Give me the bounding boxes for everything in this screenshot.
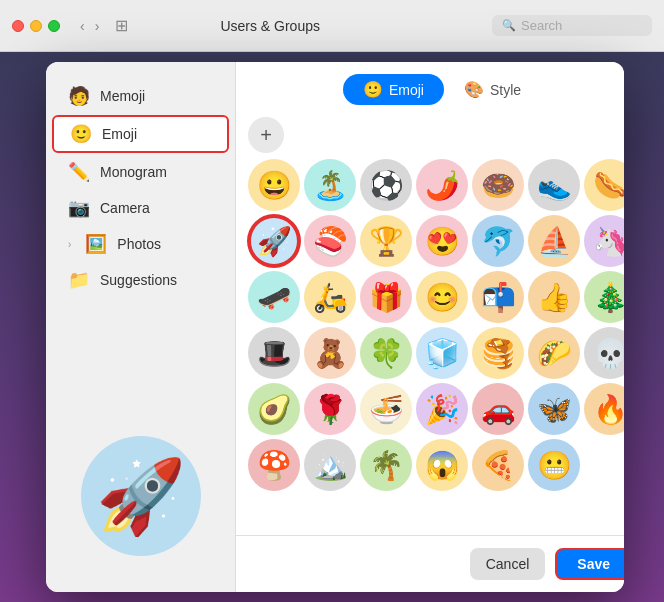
emoji-cell-3-5[interactable]: 🧸 (304, 327, 356, 379)
photos-icon: 🖼️ (85, 233, 107, 255)
dialog-footer: Cancel Save (236, 535, 624, 592)
emoji-picker-dialog: 🧑 Memoji 🙂 Emoji ✏️ Monogram 📷 Camera › … (46, 62, 624, 592)
emoji-cell-5-1[interactable]: 🍜 (360, 383, 412, 435)
emoji-cell-2-5[interactable]: 🎁 (360, 271, 412, 323)
search-bar[interactable]: 🔍 Search (492, 15, 652, 36)
emoji-cell-4-1[interactable]: 🧊 (416, 327, 468, 379)
tab-bar: 🙂 Emoji 🎨 Style (236, 62, 624, 113)
emoji-cell-4-5[interactable]: 🥑 (248, 383, 300, 435)
emoji-cell-0-0[interactable]: 😀 (248, 159, 300, 211)
traffic-lights (12, 20, 60, 32)
emoji-cell-6-3[interactable]: 😱 (416, 439, 468, 491)
emoji-cell-3-4[interactable]: 🎩 (248, 327, 300, 379)
save-button[interactable]: Save (555, 548, 624, 580)
emoji-cell-3-1[interactable]: 📬 (472, 271, 524, 323)
emoji-cell-5-3[interactable]: 🚗 (472, 383, 524, 435)
sidebar-item-suggestions[interactable]: 📁 Suggestions (52, 263, 229, 297)
emoji-grid-header: + (248, 117, 624, 153)
titlebar: ‹ › ⊞ Users & Groups 🔍 Search (0, 0, 664, 52)
tab-emoji[interactable]: 🙂 Emoji (343, 74, 444, 105)
memoji-icon: 🧑 (68, 85, 90, 107)
avatar-emoji: 🚀 (96, 454, 186, 539)
sidebar-label-suggestions: Suggestions (100, 272, 177, 288)
emoji-cell-0-4[interactable]: 🍩 (472, 159, 524, 211)
emoji-cell-3-3[interactable]: 🎄 (584, 271, 624, 323)
sidebar-item-camera[interactable]: 📷 Camera (52, 191, 229, 225)
emoji-cell-1-2[interactable]: 🚀 (248, 215, 300, 267)
emoji-cell-4-4[interactable]: 💀 (584, 327, 624, 379)
monogram-icon: ✏️ (68, 161, 90, 183)
emoji-cell-1-1[interactable]: 🌭 (584, 159, 624, 211)
emoji-cell-2-4[interactable]: 🛵 (304, 271, 356, 323)
tab-style-icon: 🎨 (464, 80, 484, 99)
emoji-cell-2-0[interactable]: 🐬 (472, 215, 524, 267)
close-button[interactable] (12, 20, 24, 32)
sidebar-item-memoji[interactable]: 🧑 Memoji (52, 79, 229, 113)
sidebar-label-photos: Photos (117, 236, 161, 252)
search-input[interactable]: Search (521, 18, 562, 33)
tab-style-label: Style (490, 82, 521, 98)
emoji-icon: 🙂 (70, 123, 92, 145)
emoji-cell-2-2[interactable]: 🦄 (584, 215, 624, 267)
emoji-cell-2-3[interactable]: 🛹 (248, 271, 300, 323)
emoji-grid-container: + 😀🏝️⚽🌶️🍩👟🌭🚀🍣🏆😍🐬⛵🦄🛹🛵🎁😊📬👍🎄🎩🧸🍀🧊🥞🌮💀🥑🌹🍜🎉🚗🦋🔥🍄… (236, 113, 624, 535)
suggestions-icon: 📁 (68, 269, 90, 291)
window-title: Users & Groups (56, 18, 484, 34)
main-content: 🧑 Memoji 🙂 Emoji ✏️ Monogram 📷 Camera › … (0, 52, 664, 602)
sidebar-label-emoji: Emoji (102, 126, 137, 142)
emoji-cell-6-5[interactable]: 😬 (528, 439, 580, 491)
emoji-cell-6-4[interactable]: 🍕 (472, 439, 524, 491)
tab-emoji-label: Emoji (389, 82, 424, 98)
tab-emoji-icon: 🙂 (363, 80, 383, 99)
emoji-cell-0-2[interactable]: ⚽ (360, 159, 412, 211)
emoji-cell-6-2[interactable]: 🌴 (360, 439, 412, 491)
emoji-cell-1-3[interactable]: 🍣 (304, 215, 356, 267)
tab-style[interactable]: 🎨 Style (444, 74, 541, 105)
emoji-cell-3-0[interactable]: 😊 (416, 271, 468, 323)
minimize-button[interactable] (30, 20, 42, 32)
emoji-cell-5-4[interactable]: 🦋 (528, 383, 580, 435)
emoji-cell-1-5[interactable]: 😍 (416, 215, 468, 267)
emoji-grid: 😀🏝️⚽🌶️🍩👟🌭🚀🍣🏆😍🐬⛵🦄🛹🛵🎁😊📬👍🎄🎩🧸🍀🧊🥞🌮💀🥑🌹🍜🎉🚗🦋🔥🍄🏔️… (248, 159, 624, 491)
sidebar-item-emoji[interactable]: 🙂 Emoji (52, 115, 229, 153)
emoji-cell-4-2[interactable]: 🥞 (472, 327, 524, 379)
emoji-cell-1-4[interactable]: 🏆 (360, 215, 412, 267)
emoji-cell-2-1[interactable]: ⛵ (528, 215, 580, 267)
avatar-preview: 🚀 (81, 436, 201, 556)
cancel-button[interactable]: Cancel (470, 548, 546, 580)
emoji-cell-4-0[interactable]: 🍀 (360, 327, 412, 379)
sidebar-item-monogram[interactable]: ✏️ Monogram (52, 155, 229, 189)
sidebar-label-memoji: Memoji (100, 88, 145, 104)
emoji-cell-6-0[interactable]: 🍄 (248, 439, 300, 491)
emoji-cell-1-0[interactable]: 👟 (528, 159, 580, 211)
emoji-cell-0-1[interactable]: 🏝️ (304, 159, 356, 211)
camera-icon: 📷 (68, 197, 90, 219)
emoji-cell-5-2[interactable]: 🎉 (416, 383, 468, 435)
search-icon: 🔍 (502, 19, 516, 32)
emoji-cell-0-3[interactable]: 🌶️ (416, 159, 468, 211)
emoji-cell-3-2[interactable]: 👍 (528, 271, 580, 323)
add-button[interactable]: + (248, 117, 284, 153)
emoji-cell-4-3[interactable]: 🌮 (528, 327, 580, 379)
right-panel: 🙂 Emoji 🎨 Style + 😀🏝️⚽🌶️🍩👟🌭🚀🍣🏆😍🐬⛵🦄🛹🛵🎁😊📬👍… (236, 62, 624, 592)
emoji-cell-5-0[interactable]: 🌹 (304, 383, 356, 435)
expand-arrow-icon: › (68, 239, 71, 250)
sidebar-label-camera: Camera (100, 200, 150, 216)
sidebar: 🧑 Memoji 🙂 Emoji ✏️ Monogram 📷 Camera › … (46, 62, 236, 592)
emoji-cell-6-1[interactable]: 🏔️ (304, 439, 356, 491)
sidebar-item-photos[interactable]: › 🖼️ Photos (52, 227, 229, 261)
emoji-cell-5-5[interactable]: 🔥 (584, 383, 624, 435)
sidebar-label-monogram: Monogram (100, 164, 167, 180)
